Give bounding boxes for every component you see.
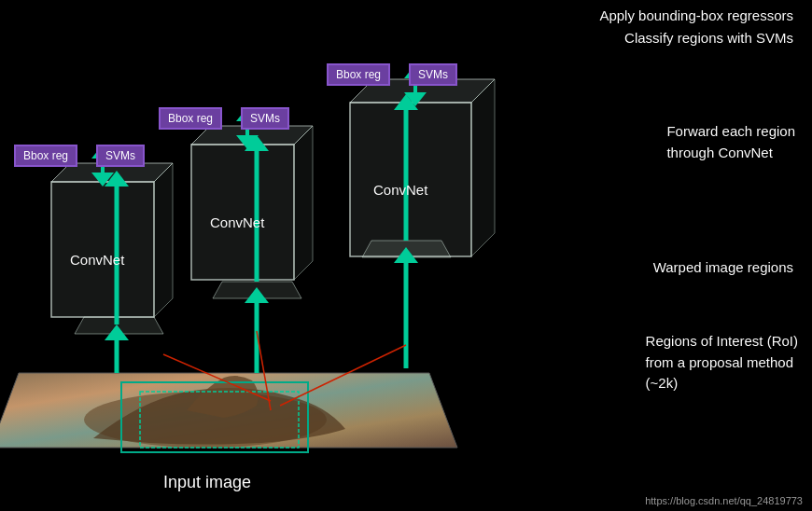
svg-marker-21: [394, 247, 418, 263]
svg-rect-10: [191, 145, 294, 280]
diagram-container: ConvNet ConvNet ConvNet Bbox reg SVMs Bb…: [0, 0, 812, 511]
convnet-label-3: ConvNet: [373, 182, 427, 198]
svg-marker-26: [245, 135, 269, 151]
svg-line-40: [280, 345, 406, 406]
bbox-reg-label-3: Bbox reg: [327, 63, 390, 86]
apply-bbox-annotation: Apply bounding-box regressors: [599, 7, 793, 23]
bbox-reg-label-2: Bbox reg: [159, 107, 222, 130]
svg-marker-31: [91, 173, 114, 186]
svm-label-1: SVMs: [96, 145, 145, 167]
svg-line-38: [163, 354, 271, 401]
convnet-label-1: ConvNet: [70, 252, 124, 268]
classify-svm-annotation: Classify regions with SVMs: [624, 30, 793, 46]
svg-marker-5: [213, 282, 301, 298]
svg-rect-7: [51, 182, 154, 317]
forward-region-annotation: Forward each region through ConvNet: [666, 121, 795, 163]
svg-marker-28: [394, 94, 418, 110]
roi-annotation: Regions of Interest (RoI) from a proposa…: [646, 331, 798, 394]
svm-label-3: SVMs: [409, 63, 457, 86]
svg-rect-13: [350, 103, 471, 256]
svg-marker-12: [294, 126, 313, 280]
svg-marker-19: [245, 287, 269, 303]
svg-marker-37: [404, 92, 427, 106]
svg-rect-3: [140, 392, 299, 448]
svg-marker-15: [471, 79, 495, 256]
svg-marker-9: [154, 163, 173, 317]
svg-marker-17: [105, 325, 129, 340]
bbox-reg-label-1: Bbox reg: [14, 145, 77, 167]
watermark: https://blog.csdn.net/qq_24819773: [645, 495, 803, 506]
input-image-label: Input image: [163, 473, 251, 492]
svg-point-1: [84, 392, 327, 448]
svg-rect-2: [121, 382, 308, 452]
svg-marker-4: [75, 317, 163, 334]
warped-regions-annotation: Warped image regions: [653, 259, 793, 275]
svg-line-39: [257, 331, 271, 410]
svg-marker-0: [0, 373, 457, 448]
convnet-label-2: ConvNet: [210, 214, 264, 230]
svm-label-2: SVMs: [241, 107, 289, 130]
svg-marker-34: [236, 135, 259, 149]
svg-marker-24: [105, 171, 129, 186]
svg-marker-6: [362, 241, 451, 257]
